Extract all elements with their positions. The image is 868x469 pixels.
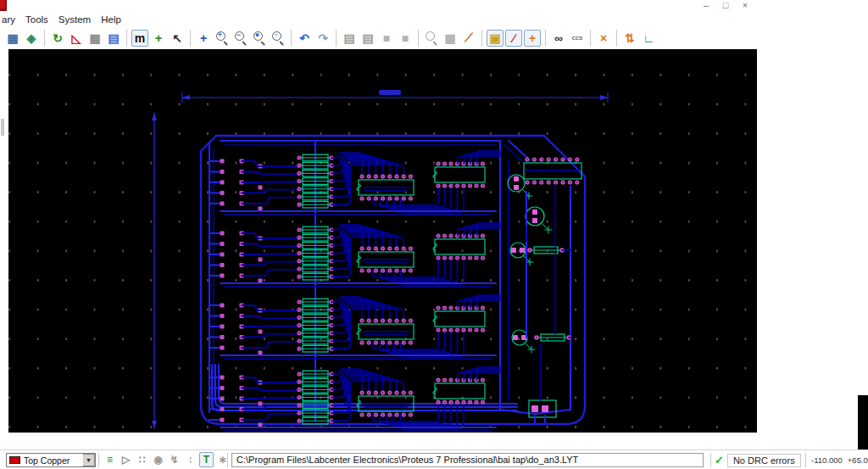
drc-check-icon: ✓ [715,454,724,466]
minimize-button[interactable]: – [700,0,712,12]
set-square-icon[interactable]: ◺ [68,30,85,47]
package-icon[interactable]: ◈ [23,30,40,47]
drc-status: ✓ No DRC errors [715,453,801,467]
layers-icon[interactable]: ▤ [105,30,122,47]
window-controls: –□× [700,0,751,12]
title-bar: –□× [0,0,868,11]
auto-router-icon[interactable]: ▣ [487,30,504,47]
block-copy-icon[interactable]: ■ [378,30,395,47]
pcb-layout [8,49,757,433]
toolbar-separator [418,30,419,47]
text-mode-icon[interactable]: T [199,452,214,467]
trace-select-icon[interactable]: ∕ [505,30,522,47]
redo-icon[interactable]: ↷ [314,30,331,47]
file-path-field[interactable]: C:\Program Files\Labcenter Electronics\P… [231,453,704,467]
import-block-icon[interactable]: ▤ [341,30,358,47]
toolbar-separator [190,30,191,47]
maximize-button[interactable]: □ [720,0,732,12]
xcursor-icon[interactable]: ↖ [169,30,186,47]
layer-color-swatch [9,456,20,464]
netlist-icon[interactable]: ▦ [4,30,21,47]
main-toolbar: ▦◈↻◺▦▤m+↖++−●▫↶↷▤▤■■▦⟋▣∕+∞CCS×⇅∟ [0,26,763,49]
app-icon [0,0,7,11]
toolbar-separator [336,30,337,47]
auto-refresh-icon[interactable]: ↻ [49,30,66,47]
menu-library-truncated[interactable]: ary [0,14,23,25]
pcb-editor-canvas[interactable] [8,49,757,433]
drc-status-text: No DRC errors [727,454,801,467]
view-magnify-icon[interactable] [423,30,440,47]
round-pad-icon[interactable]: ◉ [151,452,165,467]
component-mode-icon[interactable]: ▷ [119,452,133,467]
dimension-mode-icon[interactable]: ↕ [183,452,198,467]
toolbar-separator [481,30,482,47]
background-window-fragment [1,119,4,136]
pick-parts-icon[interactable]: ▦ [442,30,459,47]
toolbar-separator [616,30,617,47]
hammer-tool-icon[interactable]: ⟋ [460,30,477,47]
toolbar-separator [44,30,45,47]
layer-selector-label: Top Copper [24,455,82,466]
zoom-area-icon[interactable]: ▫ [270,30,287,47]
swap-layers-icon[interactable]: ⇅ [621,30,638,47]
menu-help[interactable]: Help [98,14,129,25]
export-block-icon[interactable]: ▤ [359,30,376,47]
layer-selector-dropdown-arrow[interactable]: ▼ [82,454,95,466]
grid-icon[interactable]: ▦ [86,30,103,47]
zoom-in-icon[interactable]: + [214,30,231,47]
undo-icon[interactable]: ↶ [296,30,313,47]
via-place-icon[interactable]: + [524,30,541,47]
toolbar-separator [291,30,292,47]
pad-mode-icon[interactable]: ∷ [135,452,149,467]
zoom-all-icon[interactable]: ● [251,30,268,47]
metric-toggle-icon[interactable]: m [131,30,148,47]
menu-tools[interactable]: Tools [23,14,56,25]
layer-selector[interactable]: Top Copper ▼ [6,453,96,467]
menu-system[interactable]: System [56,14,98,25]
mode-toolbar: ≡▷∷◉↯↕T∗↯ [102,452,247,467]
block-move-icon[interactable]: ■ [397,30,414,47]
zoom-out-icon[interactable]: − [232,30,249,47]
ccs-icon[interactable]: CCS [569,30,586,47]
route-mode-icon[interactable]: ↯ [167,452,181,467]
origin-icon[interactable]: + [150,30,167,47]
statistics-icon[interactable]: ∟ [640,30,657,47]
cursor-coordinates: -110.000 +65.000 mm [805,453,868,467]
status-bar: Top Copper ▼ ≡▷∷◉↯↕T∗↯ C:\Program Files\… [0,449,868,469]
toolbar-separator [545,30,546,47]
pan-icon[interactable]: + [195,30,212,47]
close-button[interactable]: × [739,0,751,12]
layer-stack-icon[interactable]: ≡ [103,452,117,467]
coordinate-y: +65.000 [848,455,868,465]
toolbar-separator [126,30,127,47]
coordinate-x: -110.000 [811,455,843,465]
search-icon[interactable]: ∞ [550,30,567,47]
connectivity-check-icon[interactable]: × [595,30,612,47]
menu-bar: aryToolsSystemHelp [0,12,763,26]
background-window-black-bar [858,395,868,451]
toolbar-separator [590,30,591,47]
